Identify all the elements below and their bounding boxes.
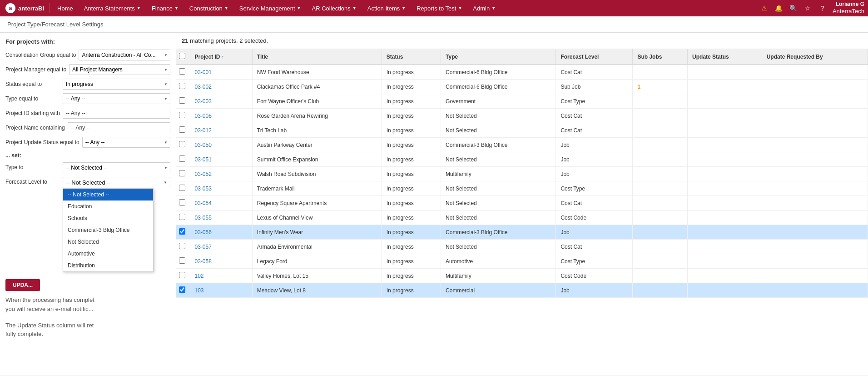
filter-select-consolidation[interactable]: Anterra Construction - All Co...	[79, 50, 170, 60]
row-checkbox[interactable]	[179, 112, 185, 118]
nav-ar-collections[interactable]: AR Collections ▼	[307, 0, 362, 16]
type-select[interactable]: -- Any --	[63, 93, 170, 104]
row-checkbox[interactable]	[179, 155, 185, 162]
filter-select-status[interactable]: In progress	[63, 79, 170, 90]
project-manager-select[interactable]: All Project Managers	[69, 64, 170, 75]
cell-project-id[interactable]: 102	[190, 269, 252, 283]
nav-reports[interactable]: Reports to Test ▼	[411, 0, 467, 16]
row-checkbox[interactable]	[179, 126, 185, 133]
col-header-forecast-level[interactable]: Forecast Level	[556, 49, 633, 65]
row-checkbox-cell[interactable]	[176, 152, 190, 167]
row-checkbox-cell[interactable]	[176, 94, 190, 109]
cell-project-id[interactable]: 103	[190, 283, 252, 298]
row-checkbox[interactable]	[179, 286, 185, 293]
warning-icon[interactable]: ⚠	[758, 2, 771, 15]
filter-select-project-manager[interactable]: All Project Managers	[69, 64, 170, 75]
row-checkbox-cell[interactable]	[176, 80, 190, 94]
user-profile[interactable]: Lorianne G AnterraTech	[833, 1, 864, 15]
col-header-update-requested-by[interactable]: Update Requested By	[762, 49, 868, 65]
row-checkbox-cell[interactable]	[176, 123, 190, 138]
row-checkbox[interactable]	[179, 68, 185, 75]
row-checkbox[interactable]	[179, 97, 185, 104]
nav-finance[interactable]: Finance ▼	[146, 0, 184, 16]
dropdown-option-distribution[interactable]: Distribution	[63, 260, 153, 271]
row-checkbox[interactable]	[179, 185, 185, 191]
cell-project-id[interactable]: 03-054	[190, 196, 252, 211]
set-type-select[interactable]: -- Not Selected --	[63, 162, 170, 173]
cell-project-id[interactable]: 03-052	[190, 167, 252, 181]
row-checkbox[interactable]	[179, 228, 185, 235]
cell-project-id[interactable]: 03-002	[190, 80, 252, 94]
filter-select-update-status[interactable]: -- Any --	[82, 137, 170, 148]
row-checkbox-cell[interactable]	[176, 283, 190, 298]
logo[interactable]: a anterraBI	[4, 3, 50, 13]
cell-project-id[interactable]: 03-012	[190, 123, 252, 138]
cell-project-id[interactable]: 03-051	[190, 152, 252, 167]
col-header-title[interactable]: Title	[252, 49, 382, 65]
row-checkbox-cell[interactable]	[176, 65, 190, 80]
nav-service-management[interactable]: Service Management ▼	[234, 0, 307, 16]
bell-icon[interactable]: 🔔	[773, 2, 785, 15]
nav-admin[interactable]: Admin ▼	[467, 0, 501, 16]
row-checkbox-cell[interactable]	[176, 225, 190, 240]
search-icon[interactable]: 🔍	[787, 2, 800, 15]
consolidation-group-select[interactable]: Anterra Construction - All Co...	[79, 50, 170, 60]
row-checkbox-cell[interactable]	[176, 254, 190, 269]
col-header-status[interactable]: Status	[382, 49, 441, 65]
row-checkbox[interactable]	[179, 170, 185, 176]
nav-construction[interactable]: Construction ▼	[184, 0, 234, 16]
col-header-sub-jobs[interactable]: Sub Jobs	[633, 49, 688, 65]
select-all-checkbox[interactable]	[179, 53, 185, 59]
dropdown-option-commercial3[interactable]: Commercial-3 Bldg Office	[63, 224, 153, 236]
row-checkbox[interactable]	[179, 83, 185, 89]
cell-project-id[interactable]: 03-055	[190, 211, 252, 225]
dropdown-option-schools[interactable]: Schools	[63, 212, 153, 224]
forecast-level-trigger[interactable]: -- Not Selected -- ▼	[63, 177, 170, 188]
row-checkbox[interactable]	[179, 141, 185, 147]
row-checkbox[interactable]	[179, 243, 185, 249]
cell-project-id[interactable]: 03-057	[190, 240, 252, 254]
cell-update-requested-by	[762, 109, 868, 123]
cell-project-id[interactable]: 03-053	[190, 181, 252, 196]
row-checkbox[interactable]	[179, 272, 185, 278]
help-icon[interactable]: ?	[816, 2, 829, 15]
cell-project-id[interactable]: 03-003	[190, 94, 252, 109]
row-checkbox-cell[interactable]	[176, 211, 190, 225]
cell-project-id[interactable]: 03-050	[190, 138, 252, 152]
cell-title: Legacy Ford	[252, 254, 382, 269]
project-name-input[interactable]	[68, 122, 170, 133]
row-checkbox-cell[interactable]	[176, 109, 190, 123]
col-header-project-id[interactable]: Project ID ↑	[190, 49, 252, 65]
select-all-header[interactable]	[176, 49, 190, 65]
col-header-update-status[interactable]: Update Status	[688, 49, 762, 65]
row-checkbox-cell[interactable]	[176, 181, 190, 196]
nav-home[interactable]: Home	[52, 0, 79, 16]
dropdown-option-education[interactable]: Education	[63, 201, 153, 212]
update-button[interactable]: UPDA...	[5, 279, 40, 291]
dropdown-option-not-selected[interactable]: -- Not Selected --	[63, 189, 153, 201]
col-header-type[interactable]: Type	[441, 49, 556, 65]
dropdown-option-automotive[interactable]: Automotive	[63, 248, 153, 260]
status-select[interactable]: In progress	[63, 79, 170, 90]
filter-select-type[interactable]: -- Any --	[63, 93, 170, 104]
dropdown-option-not-selected2[interactable]: Not Selected	[63, 236, 153, 248]
forecast-level-dropdown[interactable]: -- Not Selected -- ▼ -- Not Selected -- …	[63, 177, 170, 272]
row-checkbox-cell[interactable]	[176, 269, 190, 283]
cell-project-id[interactable]: 03-056	[190, 225, 252, 240]
update-status-select[interactable]: -- Any --	[82, 137, 170, 148]
nav-action-items[interactable]: Action Items ▼	[362, 0, 411, 16]
row-checkbox-cell[interactable]	[176, 167, 190, 181]
star-icon[interactable]: ☆	[802, 2, 814, 15]
cell-project-id[interactable]: 03-001	[190, 65, 252, 80]
row-checkbox-cell[interactable]	[176, 138, 190, 152]
row-checkbox[interactable]	[179, 214, 185, 220]
cell-project-id[interactable]: 03-058	[190, 254, 252, 269]
row-checkbox[interactable]	[179, 257, 185, 264]
row-checkbox-cell[interactable]	[176, 196, 190, 211]
nav-anterra-statements[interactable]: Anterra Statements ▼	[79, 0, 146, 16]
project-id-input[interactable]	[63, 108, 170, 119]
set-select-wrapper-type[interactable]: -- Not Selected -- ▼	[63, 162, 170, 173]
cell-project-id[interactable]: 03-008	[190, 109, 252, 123]
row-checkbox-cell[interactable]	[176, 240, 190, 254]
row-checkbox[interactable]	[179, 199, 185, 206]
